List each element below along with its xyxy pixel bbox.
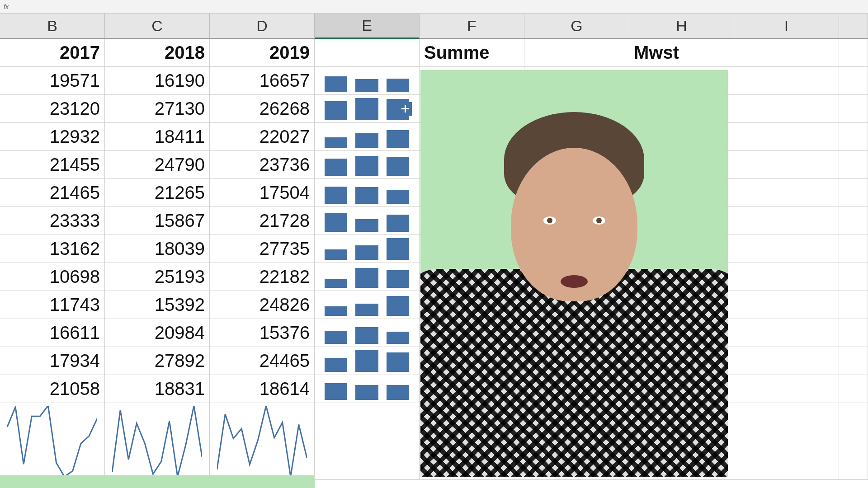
cell-c[interactable]: 15392 — [105, 291, 210, 319]
col-header-extra[interactable] — [839, 14, 868, 39]
cell-b[interactable]: 23120 — [0, 95, 105, 122]
sparkline-extra[interactable] — [839, 403, 868, 479]
header-i[interactable] — [734, 39, 839, 66]
col-header-d[interactable]: D — [210, 14, 315, 39]
sparkline-e[interactable] — [315, 403, 420, 479]
cell-extra[interactable] — [839, 95, 868, 122]
cell-d[interactable]: 22182 — [210, 263, 315, 291]
cell-extra[interactable] — [839, 179, 868, 206]
cell-extra[interactable] — [839, 67, 868, 94]
col-header-e[interactable]: E — [315, 14, 420, 39]
cell-c[interactable]: 27130 — [105, 95, 210, 122]
cell-sparkbar[interactable] — [315, 319, 420, 347]
cell-i[interactable] — [734, 235, 839, 263]
cell-sparkbar[interactable] — [315, 235, 420, 263]
col-header-c[interactable]: C — [105, 14, 210, 39]
cell-b[interactable]: 21455 — [0, 151, 105, 178]
cell-i[interactable] — [734, 179, 839, 206]
col-header-g[interactable]: G — [524, 14, 629, 39]
cell-b[interactable]: 21465 — [0, 179, 105, 206]
cell-sparkbar[interactable] — [315, 151, 420, 178]
sparkline-i[interactable] — [734, 403, 839, 479]
cell-d[interactable]: 17504 — [210, 179, 315, 206]
header-2017[interactable]: 2017 — [0, 39, 105, 66]
col-header-b[interactable]: B — [0, 14, 105, 39]
sparkline-2018[interactable] — [105, 403, 210, 479]
cell-extra[interactable] — [839, 151, 868, 178]
cell-extra[interactable] — [839, 263, 868, 291]
cell-i[interactable] — [734, 95, 839, 122]
cell-sparkbar[interactable] — [315, 67, 420, 94]
header-g[interactable] — [524, 39, 629, 66]
cell-b[interactable]: 13162 — [0, 235, 105, 263]
cell-d[interactable]: 27735 — [210, 235, 315, 263]
cell-i[interactable] — [734, 151, 839, 178]
cell-d[interactable]: 24826 — [210, 291, 315, 319]
cell-sparkbar[interactable] — [315, 375, 420, 403]
cell-b[interactable]: 19571 — [0, 67, 105, 94]
cell-d[interactable]: 23736 — [210, 151, 315, 178]
cell-sparkbar[interactable] — [315, 263, 420, 291]
header-2018[interactable]: 2018 — [105, 39, 210, 66]
cell-c[interactable]: 16190 — [105, 67, 210, 94]
cell-c[interactable]: 18831 — [105, 375, 210, 403]
cell-d[interactable]: 21728 — [210, 207, 315, 235]
bar-2017 — [325, 137, 347, 148]
cell-c[interactable]: 27892 — [105, 347, 210, 375]
cell-d[interactable]: 15376 — [210, 319, 315, 347]
cell-i[interactable] — [734, 263, 839, 291]
cell-extra[interactable] — [839, 207, 868, 235]
cell-b[interactable]: 11743 — [0, 291, 105, 319]
cell-sparkbar[interactable] — [315, 347, 420, 375]
cell-extra[interactable] — [839, 291, 868, 319]
cell-sparkbar[interactable] — [315, 123, 420, 150]
header-2019[interactable]: 2019 — [210, 39, 315, 66]
header-extra[interactable] — [839, 39, 868, 66]
cell-sparkbar[interactable] — [315, 291, 420, 319]
cell-b[interactable]: 21058 — [0, 375, 105, 403]
formula-bar[interactable]: fx — [0, 0, 868, 14]
cell-b[interactable]: 17934 — [0, 347, 105, 375]
cell-extra[interactable] — [839, 347, 868, 375]
cell-sparkbar[interactable] — [315, 207, 420, 235]
cell-d[interactable]: 18614 — [210, 375, 315, 403]
col-header-i[interactable]: I — [734, 14, 839, 39]
bar-sparkline — [319, 347, 415, 375]
cell-c[interactable]: 25193 — [105, 263, 210, 291]
cell-extra[interactable] — [839, 235, 868, 263]
col-header-h[interactable]: H — [629, 14, 734, 39]
cell-d[interactable]: 16657 — [210, 67, 315, 94]
sparkline-2017[interactable] — [0, 403, 105, 479]
cell-sparkbar[interactable] — [315, 179, 420, 206]
cell-i[interactable] — [734, 347, 839, 375]
cell-i[interactable] — [734, 207, 839, 235]
cell-d[interactable]: 26268 — [210, 95, 315, 122]
cell-c[interactable]: 21265 — [105, 179, 210, 206]
cell-sparkbar[interactable] — [315, 95, 420, 122]
cell-i[interactable] — [734, 375, 839, 403]
header-e[interactable] — [315, 39, 420, 66]
header-summe[interactable]: Summe — [420, 39, 524, 66]
cell-c[interactable]: 24790 — [105, 151, 210, 178]
cell-c[interactable]: 20984 — [105, 319, 210, 347]
cell-i[interactable] — [734, 123, 839, 150]
cell-d[interactable]: 22027 — [210, 123, 315, 150]
cell-c[interactable]: 18039 — [105, 235, 210, 263]
cell-b[interactable]: 23333 — [0, 207, 105, 235]
cell-extra[interactable] — [839, 123, 868, 150]
cell-b[interactable]: 12932 — [0, 123, 105, 150]
cell-i[interactable] — [734, 291, 839, 319]
cell-d[interactable]: 24465 — [210, 347, 315, 375]
cell-i[interactable] — [734, 67, 839, 94]
cell-extra[interactable] — [839, 319, 868, 347]
cell-extra[interactable] — [839, 375, 868, 403]
cell-i[interactable] — [734, 319, 839, 347]
bar-2017 — [325, 383, 347, 400]
cell-c[interactable]: 15867 — [105, 207, 210, 235]
cell-b[interactable]: 16611 — [0, 319, 105, 347]
col-header-f[interactable]: F — [420, 14, 524, 39]
cell-b[interactable]: 10698 — [0, 263, 105, 291]
header-mwst[interactable]: Mwst — [629, 39, 734, 66]
sparkline-2019[interactable] — [210, 403, 315, 479]
cell-c[interactable]: 18411 — [105, 123, 210, 150]
